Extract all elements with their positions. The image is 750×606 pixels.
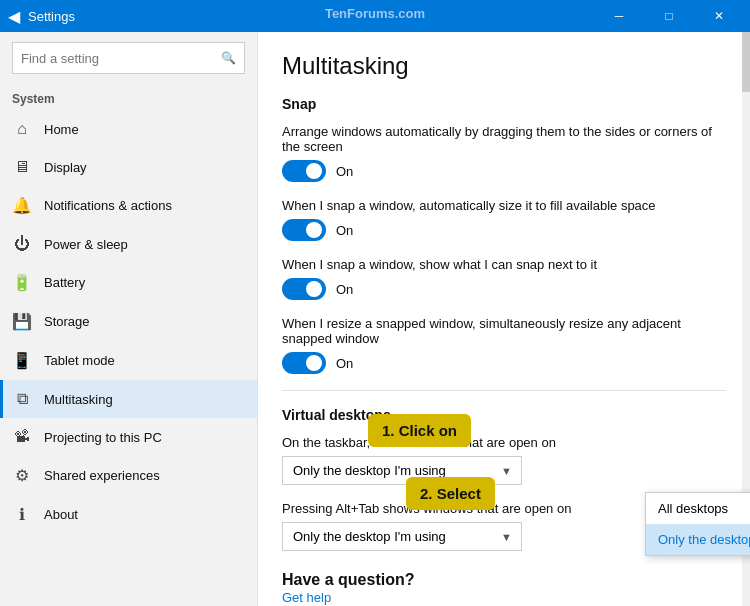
- sidebar-label-multitasking: Multitasking: [44, 392, 113, 407]
- snap-toggle-label-3: On: [336, 282, 353, 297]
- sidebar-item-battery[interactable]: 🔋 Battery: [0, 263, 257, 302]
- back-button[interactable]: ◀: [8, 7, 20, 26]
- section-divider: [282, 390, 726, 391]
- snap-toggle-1[interactable]: [282, 160, 326, 182]
- dropdown-popup: All desktops Only the desktop I'm using: [645, 492, 750, 556]
- snap-toggle-label-1: On: [336, 164, 353, 179]
- taskbar-setting: On the taskbar, show windows that are op…: [282, 435, 726, 485]
- dropdown-option-desktop[interactable]: Only the desktop I'm using: [646, 524, 750, 555]
- dropdown-option-all[interactable]: All desktops: [646, 493, 750, 524]
- virtual-desktops-title: Virtual desktops: [282, 407, 726, 423]
- sidebar-item-about[interactable]: ℹ About: [0, 495, 257, 534]
- snap-toggle-4[interactable]: [282, 352, 326, 374]
- titlebar-title: Settings: [28, 9, 596, 24]
- sidebar-label-storage: Storage: [44, 314, 90, 329]
- about-icon: ℹ: [12, 505, 32, 524]
- window-controls: ─ □ ✕: [596, 0, 742, 32]
- callout-1: 1. Click on: [368, 414, 471, 447]
- sidebar-item-home[interactable]: ⌂ Home: [0, 110, 257, 148]
- snap-setting-2: When I snap a window, automatically size…: [282, 198, 726, 241]
- sidebar-label-home: Home: [44, 122, 79, 137]
- sidebar-label-display: Display: [44, 160, 87, 175]
- titlebar: ◀ Settings TenForums.com ─ □ ✕: [0, 0, 750, 32]
- sidebar-item-tablet[interactable]: 📱 Tablet mode: [0, 341, 257, 380]
- callout-2: 2. Select: [406, 477, 495, 510]
- notifications-icon: 🔔: [12, 196, 32, 215]
- snap-desc-1: Arrange windows automatically by draggin…: [282, 124, 726, 154]
- sidebar-label-about: About: [44, 507, 78, 522]
- alttab-dropdown[interactable]: Only the desktop I'm using: [282, 522, 522, 551]
- snap-setting-4: When I resize a snapped window, simultan…: [282, 316, 726, 374]
- snap-desc-2: When I snap a window, automatically size…: [282, 198, 726, 213]
- snap-toggle-2[interactable]: [282, 219, 326, 241]
- sidebar-label-power: Power & sleep: [44, 237, 128, 252]
- sidebar-item-display[interactable]: 🖥 Display: [0, 148, 257, 186]
- maximize-button[interactable]: □: [646, 0, 692, 32]
- search-box[interactable]: 🔍: [12, 42, 245, 74]
- battery-icon: 🔋: [12, 273, 32, 292]
- shared-icon: ⚙: [12, 466, 32, 485]
- multitasking-icon: ⧉: [12, 390, 32, 408]
- snap-desc-4: When I resize a snapped window, simultan…: [282, 316, 726, 346]
- home-icon: ⌂: [12, 120, 32, 138]
- tablet-icon: 📱: [12, 351, 32, 370]
- sidebar-item-power[interactable]: ⏻ Power & sleep: [0, 225, 257, 263]
- snap-setting-3: When I snap a window, show what I can sn…: [282, 257, 726, 300]
- page-title: Multitasking: [282, 52, 726, 80]
- power-icon: ⏻: [12, 235, 32, 253]
- sidebar-label-shared: Shared experiences: [44, 468, 160, 483]
- sidebar-label-notifications: Notifications & actions: [44, 198, 172, 213]
- scrollbar-thumb[interactable]: [742, 32, 750, 92]
- sidebar-label-battery: Battery: [44, 275, 85, 290]
- main-content: Multitasking Snap Arrange windows automa…: [258, 32, 750, 606]
- search-icon: 🔍: [221, 51, 236, 65]
- sidebar-label-tablet: Tablet mode: [44, 353, 115, 368]
- sidebar-item-notifications[interactable]: 🔔 Notifications & actions: [0, 186, 257, 225]
- sidebar-item-multitasking[interactable]: ⧉ Multitasking: [0, 380, 257, 418]
- watermark: TenForums.com: [325, 6, 425, 21]
- sidebar: 🔍 System ⌂ Home 🖥 Display 🔔 Notification…: [0, 32, 258, 606]
- close-button[interactable]: ✕: [696, 0, 742, 32]
- sidebar-item-storage[interactable]: 💾 Storage: [0, 302, 257, 341]
- display-icon: 🖥: [12, 158, 32, 176]
- sidebar-item-shared[interactable]: ⚙ Shared experiences: [0, 456, 257, 495]
- get-help-link[interactable]: Get help: [282, 590, 331, 605]
- sidebar-label-projecting: Projecting to this PC: [44, 430, 162, 445]
- snap-section-title: Snap: [282, 96, 726, 112]
- snap-setting-1: Arrange windows automatically by draggin…: [282, 124, 726, 182]
- app-body: 🔍 System ⌂ Home 🖥 Display 🔔 Notification…: [0, 32, 750, 606]
- sidebar-section-label: System: [0, 84, 257, 110]
- minimize-button[interactable]: ─: [596, 0, 642, 32]
- sidebar-item-projecting[interactable]: 📽 Projecting to this PC: [0, 418, 257, 456]
- snap-toggle-label-4: On: [336, 356, 353, 371]
- alttab-dropdown-wrapper[interactable]: Only the desktop I'm using ▼: [282, 522, 522, 551]
- have-question-title: Have a question?: [282, 571, 726, 589]
- taskbar-label: On the taskbar, show windows that are op…: [282, 435, 726, 450]
- storage-icon: 💾: [12, 312, 32, 331]
- search-input[interactable]: [21, 51, 221, 66]
- snap-toggle-label-2: On: [336, 223, 353, 238]
- snap-toggle-3[interactable]: [282, 278, 326, 300]
- projecting-icon: 📽: [12, 428, 32, 446]
- snap-desc-3: When I snap a window, show what I can sn…: [282, 257, 726, 272]
